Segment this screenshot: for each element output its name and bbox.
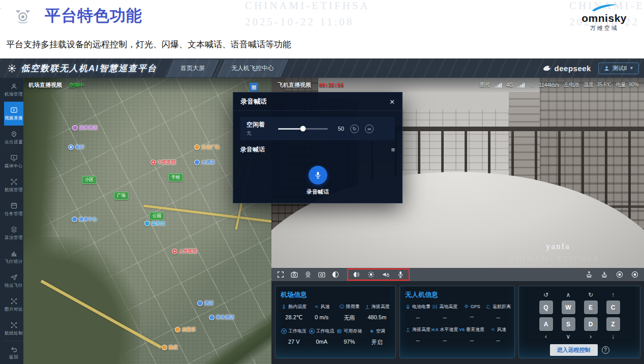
map-poi[interactable]: 广场 <box>114 192 129 200</box>
key-a[interactable]: A <box>539 317 553 331</box>
key-c[interactable]: C <box>606 300 620 314</box>
channel-status: 空闲着 <box>247 120 265 129</box>
stat-return-distance: 返航距离-- <box>485 304 511 320</box>
drone-camera-icon <box>13 7 33 26</box>
snapshot-button[interactable] <box>318 270 326 279</box>
dialog-title: 录音喊话 <box>240 97 267 106</box>
key-s[interactable]: S <box>562 317 575 331</box>
sidebar-item-algorithm[interactable]: 算法管理 <box>4 221 23 245</box>
mode-icon[interactable]: ∞ <box>365 125 374 133</box>
sidebar-item-flight-stats[interactable]: 飞行统计 <box>4 245 23 269</box>
sidebar-item-task-manage[interactable]: 任务管理 <box>4 197 23 221</box>
image-compare-icon <box>10 297 18 305</box>
bottom-panels: 机场信息 舱内温度28.2℃ 风速0 m/s 降雨量无雨 海拔高度480.5m … <box>271 281 644 364</box>
sidebar-item-video-live[interactable]: 视频直播 <box>4 102 23 126</box>
payload-highlight-group <box>347 268 410 281</box>
video-toolbar <box>271 268 644 281</box>
sidebar-item-media-center[interactable]: 媒体中心 <box>4 149 23 173</box>
key-q[interactable]: Q <box>539 300 553 314</box>
point-fly-icon <box>10 274 18 281</box>
sidebar-item-airport-manage[interactable]: 机场管理 <box>4 78 23 102</box>
tab-home-screen[interactable]: 首页大屏 <box>170 59 215 77</box>
speaker-lock-button[interactable] <box>382 270 390 279</box>
sidebar-item-point-setting[interactable]: 点位设置 <box>4 126 23 149</box>
map-poi[interactable]: ¥银行 <box>68 144 84 150</box>
stat-battery: 电池电量-- <box>405 304 431 320</box>
sidebar: 机场管理 视频直播 点位设置 媒体中心 航线管理 任务管理 算法管理 飞行统计 … <box>0 78 23 364</box>
close-icon[interactable]: ✕ <box>389 98 395 106</box>
page-title: 平台特色功能 <box>45 5 142 26</box>
map-poi[interactable]: 农家乐 <box>175 326 196 333</box>
stat-sea-altitude: 海拔高度-- <box>405 326 431 343</box>
stat-vertical-speed: VS垂直速度-- <box>459 326 484 343</box>
sidebar-item-image-compare[interactable]: 图片对比 <box>4 293 23 317</box>
key-z[interactable]: Z <box>606 317 620 331</box>
voice-broadcast-dialog: 录音喊话 ✕ 空闲着 无 50 ↻ ∞ 录音喊话 ≡ 录音喊话 <box>233 92 403 203</box>
enter-remote-control-button[interactable]: 进入远程控制 <box>550 344 598 356</box>
tab-flight-control-center[interactable]: 无人机飞控中心 <box>221 59 284 77</box>
map-poi[interactable]: +人民医院 <box>172 248 197 255</box>
algorithm-icon <box>10 226 18 233</box>
map-poi[interactable]: 公园 <box>149 212 164 220</box>
remote-control-panel: ↺ ∧ ↻ ↑ Q W E C A S D Z <box>518 286 640 358</box>
key-d[interactable]: D <box>584 317 598 331</box>
route-draw-icon <box>10 321 18 329</box>
headlight-button[interactable] <box>352 270 360 279</box>
flight-stats-icon <box>10 250 18 257</box>
panel-title: 无人机信息 <box>405 290 509 299</box>
volume-slider[interactable] <box>278 128 328 130</box>
user-menu[interactable]: 测试8 ▼ <box>598 63 639 74</box>
map-poi[interactable]: 健身中心 <box>72 216 97 223</box>
record-voice-button[interactable] <box>309 166 327 185</box>
stat-altitude: 海拔高度480.5m <box>364 304 391 322</box>
map-poi[interactable]: 监控点 <box>144 220 165 227</box>
map-poi[interactable]: 小区 <box>82 176 97 184</box>
help-icon[interactable]: ? <box>602 346 609 354</box>
slide-header: CHINAMI-ETIFHSA2025-10-22 11:08 CHINAMI-… <box>0 0 644 58</box>
stat-gps: GPS-- <box>459 304 484 320</box>
drone-info-panel: 无人机信息 电池电量-- 高地高度-- GPS-- 返航距离-- 海拔高度-- … <box>400 286 515 358</box>
stat-horizontal-speed: H.S水平速度-- <box>432 326 458 343</box>
stat-wind: 风速0 m/s <box>309 304 335 322</box>
stop-record-button[interactable] <box>616 270 624 279</box>
fullscreen-button[interactable] <box>277 270 285 279</box>
dialog-section-label: 录音喊话 <box>240 145 265 154</box>
media-center-icon <box>10 154 18 162</box>
stat-ac: 空调开启 <box>364 328 391 346</box>
stat-storage: 可用存储97% <box>336 328 363 346</box>
stat-cabin-temp: 舱内温度28.2℃ <box>281 304 308 322</box>
rotate-right-icon: ↻ <box>588 291 593 298</box>
camera-button[interactable] <box>290 270 298 279</box>
sidebar-item-route-draw[interactable]: 航线绘制 <box>4 317 23 341</box>
sidebar-back-button[interactable]: 返回 <box>4 341 23 364</box>
key-w[interactable]: W <box>562 300 575 314</box>
map-poi[interactable]: 学校 <box>168 173 183 181</box>
loop-icon[interactable]: ↻ <box>350 125 359 133</box>
map-layers-button[interactable]: ▦ <box>250 83 258 92</box>
map-poi[interactable]: 大酒店 <box>194 159 215 166</box>
drone-return-button[interactable] <box>600 270 608 279</box>
slider-knob[interactable] <box>300 126 306 132</box>
stat-drone-wind: 风速-- <box>485 326 511 343</box>
sidebar-item-route-manage[interactable]: 航线管理 <box>4 173 23 197</box>
key-e[interactable]: E <box>584 300 598 314</box>
swoosh-icon <box>588 3 621 12</box>
map-poi[interactable]: +中医医院 <box>150 159 176 166</box>
avatar-icon <box>603 65 610 72</box>
record-button[interactable] <box>631 270 639 279</box>
drone-takeoff-button[interactable] <box>585 270 593 279</box>
sidebar-item-point-fly[interactable]: 指点飞行 <box>4 269 23 293</box>
menu-icon[interactable]: ≡ <box>391 146 395 154</box>
record-camera-button[interactable] <box>304 270 312 279</box>
exposure-button[interactable] <box>331 270 340 279</box>
map-poi[interactable]: 商务酒店 <box>209 314 234 321</box>
map-poi[interactable]: 文化广场 <box>194 144 220 150</box>
strobe-light-button[interactable] <box>367 270 375 279</box>
channel-volume-row: 空闲着 无 50 ↻ ∞ <box>240 117 395 140</box>
video-watermark-faint: CHINAMI-ETIFHSA <box>509 255 600 263</box>
microphone-button[interactable] <box>396 270 405 279</box>
map-poi[interactable]: 温泉酒店 <box>72 125 98 131</box>
map-poi[interactable]: 渔庄 <box>162 344 178 351</box>
map-poi[interactable]: 酒店 <box>197 300 213 307</box>
airport-status-badge: 空闲中 <box>69 82 84 89</box>
